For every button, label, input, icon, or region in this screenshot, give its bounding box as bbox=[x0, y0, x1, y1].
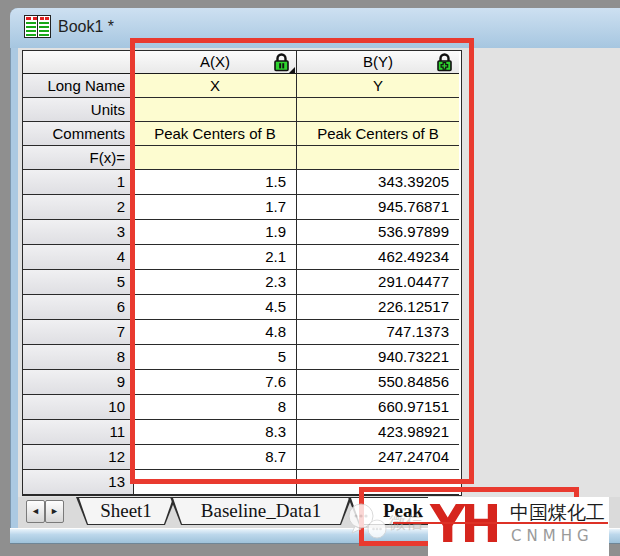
tab-label: Baseline_Data1 bbox=[170, 497, 352, 525]
workbook-icon bbox=[24, 15, 51, 42]
corner-header-cell[interactable] bbox=[23, 51, 134, 74]
row-header[interactable]: 5 bbox=[23, 270, 134, 295]
watermark-logo: YH bbox=[430, 495, 508, 556]
row-header[interactable]: 6 bbox=[23, 295, 134, 320]
tab-scroll-right-button[interactable]: ► bbox=[45, 500, 64, 523]
row-header[interactable]: 13 bbox=[23, 470, 134, 495]
tab-baseline-data1[interactable]: Baseline_Data1 bbox=[170, 497, 352, 525]
row-header[interactable]: 4 bbox=[23, 245, 134, 270]
row-header[interactable]: F(x)= bbox=[23, 146, 134, 170]
row-header[interactable]: Units bbox=[23, 98, 134, 122]
annotation-rect-data-columns bbox=[130, 38, 474, 484]
tab-label: Sheet1 bbox=[76, 497, 176, 525]
chat-bubbles-watermark-icon bbox=[347, 503, 393, 547]
row-header[interactable]: 2 bbox=[23, 195, 134, 220]
row-header[interactable]: 7 bbox=[23, 320, 134, 345]
row-header[interactable]: Long Name bbox=[23, 74, 134, 98]
row-header[interactable]: 3 bbox=[23, 220, 134, 245]
tab-sheet1[interactable]: Sheet1 bbox=[76, 497, 176, 525]
row-header[interactable]: 1 bbox=[23, 170, 134, 195]
watermark-underline bbox=[393, 522, 608, 524]
row-header[interactable]: 12 bbox=[23, 445, 134, 470]
row-header[interactable]: 10 bbox=[23, 395, 134, 420]
row-header[interactable]: 8 bbox=[23, 345, 134, 370]
row-header[interactable]: Comments bbox=[23, 122, 134, 146]
row-header[interactable]: 11 bbox=[23, 420, 134, 445]
watermark-acronym: CNMHG bbox=[511, 527, 594, 545]
window-title: Book1 * bbox=[58, 18, 114, 36]
tab-scroll-left-button[interactable]: ◄ bbox=[26, 500, 45, 523]
row-header[interactable]: 9 bbox=[23, 370, 134, 395]
